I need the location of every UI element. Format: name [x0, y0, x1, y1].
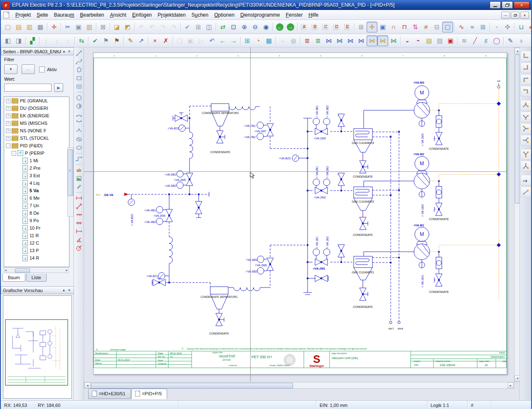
- toolbar-icon-symbol-circle-1[interactable]: ◌: [277, 35, 288, 46]
- toolbar-icon-angle-snap[interactable]: ⊓: [399, 22, 410, 32]
- toolbar-icon-panel-layout[interactable]: ▤: [424, 35, 434, 46]
- tool-line-icon[interactable]: [75, 49, 83, 57]
- tool-ellipse-icon[interactable]: [75, 144, 83, 152]
- toolbar-icon-page-forward[interactable]: →: [228, 35, 239, 46]
- toolbar-icon-zoom-in[interactable]: ⊕: [239, 22, 250, 32]
- tree-item-11-r[interactable]: 11 R: [4, 232, 69, 239]
- wert-input[interactable]: [4, 84, 52, 92]
- tree-item-14-r[interactable]: 14 R: [4, 254, 69, 262]
- toolbar-icon-fence-blue[interactable]: ♯: [480, 35, 491, 46]
- mdi-minimize-button[interactable]: —: [501, 12, 510, 19]
- tool-spline-icon[interactable]: [75, 57, 83, 66]
- tree-item-p-perip[interactable]: -+P (PERIP: [4, 149, 69, 157]
- tree-item-2-pre[interactable]: 2 Pre: [4, 164, 69, 172]
- menu-suchen[interactable]: Suchen: [189, 11, 212, 19]
- toolbar-icon-delete-red[interactable]: ×: [150, 35, 160, 46]
- scroll-right-icon[interactable]: ►: [507, 382, 514, 388]
- tree-vertical-scrollbar[interactable]: [67, 147, 74, 217]
- toolbar-icon-open-page[interactable]: ▤: [13, 22, 24, 32]
- tool-dim-linear-icon[interactable]: [75, 194, 83, 202]
- page-tab--hd-e30-51[interactable]: =HD+E30/51: [88, 389, 131, 399]
- toolbar-icon-settings-wrench[interactable]: ✛: [49, 22, 59, 32]
- toolbar-icon-device-clock[interactable]: ◔: [253, 35, 264, 46]
- tree-item-4-liq[interactable]: 4 Liq: [4, 179, 69, 187]
- menu-projekt[interactable]: Projekt: [12, 11, 34, 19]
- tree-item-9-po[interactable]: 9 Po: [4, 217, 69, 224]
- panel-collapse-icon[interactable]: ▲: [61, 50, 66, 53]
- toolbar-icon-graphic-preview-toggle[interactable]: ▢: [442, 22, 453, 32]
- mdi-document-icon[interactable]: [3, 12, 9, 18]
- panel-collapse-icon[interactable]: ▲: [61, 288, 66, 292]
- toolbar-icon-update-recycle[interactable]: ⇆: [76, 35, 87, 46]
- toolbar-icon-pile-gray[interactable]: ≋: [459, 35, 470, 46]
- toolbar-icon-valve-symbol-3[interactable]: ⋈: [345, 35, 356, 46]
- toolbar-icon-parts-cart[interactable]: ⊔: [516, 22, 527, 32]
- tree-item-13-p[interactable]: 13 P: [4, 247, 69, 254]
- menu-dienstprogramme[interactable]: Dienstprogramme: [237, 11, 283, 19]
- toolbar-icon-coil-red[interactable]: ≣: [302, 35, 313, 46]
- toolbar-icon-stretch-handles[interactable]: ✜: [502, 22, 513, 32]
- menu-bearbeiten[interactable]: Bearbeiten: [77, 11, 107, 19]
- toolbar-icon-zoom-100[interactable]: ◉: [261, 22, 271, 32]
- tool-pipe-icon[interactable]: [75, 183, 83, 191]
- restore-button[interactable]: [502, 1, 513, 9]
- collapse-icon[interactable]: -: [12, 151, 16, 156]
- toolbar-icon-format-assign[interactable]: ◩: [122, 22, 133, 32]
- page-tab--pid-p-5[interactable]: =PID+P/5: [131, 389, 167, 399]
- toolbar-icon-insert-table[interactable]: ⊞: [193, 22, 204, 32]
- toolbar-icon-gear-flag[interactable]: ⚑: [101, 35, 111, 46]
- tree-item-8-de[interactable]: 8 De: [4, 209, 69, 217]
- toolbar-icon-valve-symbol-1[interactable]: ⋈: [323, 35, 334, 46]
- toolbar-icon-valve-yellow-2[interactable]: ⋈: [377, 35, 388, 46]
- close-button[interactable]: ×: [514, 1, 530, 9]
- toolbar-icon-gauge-1[interactable]: ◒: [402, 35, 413, 46]
- toolbar-icon-print[interactable]: ▦: [35, 22, 46, 32]
- toolbar-icon-flag[interactable]: ⚑: [111, 35, 122, 46]
- toolbar-icon-region-red[interactable]: ▣: [445, 35, 456, 46]
- tree-item-5-va[interactable]: 5 Va: [4, 187, 69, 194]
- toolbar-icon-format-paint[interactable]: ◪: [111, 22, 122, 32]
- toolbar-icon-edit-pen[interactable]: ✎: [125, 35, 136, 46]
- toolbar-icon-coil-green[interactable]: ≣: [313, 35, 323, 46]
- toolbar-icon-grid-e[interactable]: E: [342, 22, 353, 32]
- tool-arc-bottom-icon[interactable]: [75, 119, 83, 127]
- toolbar-icon-signal-tracking[interactable]: ≈: [467, 22, 478, 32]
- tree-item-stl-st-ckl[interactable]: +STL (STÜCKL: [4, 134, 69, 142]
- scroll-left-icon[interactable]: ◄: [4, 269, 7, 272]
- tree-item-pid-p-id-[interactable]: -PID (P&ID): [4, 142, 69, 149]
- tool-dim-angle-icon[interactable]: [75, 235, 83, 244]
- toolbar-icon-slash-red[interactable]: ╱: [470, 35, 480, 46]
- menu-hilfe[interactable]: Hilfe: [305, 11, 321, 19]
- tree-item-12-c[interactable]: 12 C: [4, 239, 69, 247]
- toolbar-icon-device-dialog[interactable]: ◫: [204, 22, 214, 32]
- tool-dim-chain-icon[interactable]: [75, 211, 83, 219]
- toolbar-icon-grid-toggle[interactable]: ⊞: [356, 22, 367, 32]
- expand-icon[interactable]: +: [6, 114, 10, 118]
- connector-branch-up-icon[interactable]: [520, 100, 531, 111]
- toolbar-icon-pen-blue[interactable]: ✎: [505, 35, 516, 46]
- tool-dim-continued-icon[interactable]: [75, 219, 83, 227]
- toolbar-icon-grid-d[interactable]: D: [331, 22, 342, 32]
- tree-item-7-un[interactable]: 7 Un: [4, 202, 69, 209]
- toolbar-icon-zoom-window[interactable]: ⊡: [228, 22, 239, 32]
- menu-optionen[interactable]: Optionen: [211, 11, 237, 19]
- menu-einfügen[interactable]: Einfügen: [129, 11, 155, 19]
- wert-apply-button[interactable]: ▶: [54, 83, 63, 92]
- toolbar-icon-window-nav-2[interactable]: ◨: [13, 35, 24, 46]
- mdi-restore-button[interactable]: [511, 12, 520, 19]
- collapse-icon[interactable]: -: [6, 144, 10, 148]
- toolbar-icon-delete-red-edit[interactable]: ✗: [160, 35, 171, 46]
- tool-dim-radius-icon[interactable]: [75, 244, 83, 252]
- tree-item-ns-none-f[interactable]: +NS (NONE F: [4, 127, 69, 134]
- toolbar-icon-check-project[interactable]: ✔: [182, 22, 193, 32]
- menu-ansicht[interactable]: Ansicht: [107, 11, 129, 19]
- aktiv-checkbox[interactable]: [39, 67, 45, 72]
- toolbar-icon-check-shield[interactable]: ✔: [90, 35, 101, 46]
- connector-corner-ne-icon[interactable]: [520, 74, 531, 85]
- expand-icon[interactable]: +: [6, 129, 10, 133]
- toolbar-icon-page-back[interactable]: ←: [217, 35, 228, 46]
- toolbar-icon-device-grid[interactable]: ▦: [264, 35, 274, 46]
- toolbar-icon-cut[interactable]: ✂: [62, 22, 73, 32]
- toolbar-icon-paste[interactable]: ▥: [84, 22, 95, 32]
- toolbar-icon-grid-blue[interactable]: ⊞: [478, 22, 488, 32]
